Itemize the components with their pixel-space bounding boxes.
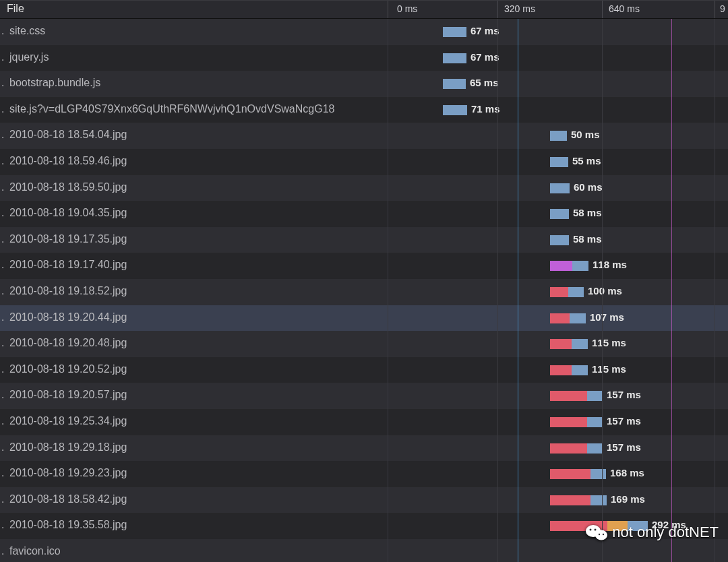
table-row[interactable]: .2010-08-18 18.59.50.jpg60 ms [0, 175, 728, 201]
request-file-name: 2010-08-18 19.20.44.jpg [9, 311, 127, 323]
table-row[interactable]: .2010-08-18 19.20.44.jpg107 ms [0, 305, 728, 332]
table-row[interactable]: .2010-08-18 19.04.35.jpg58 ms [0, 201, 728, 227]
timing-segment-blue [550, 131, 567, 141]
timing-bar[interactable] [550, 131, 567, 141]
timing-bar[interactable] [550, 209, 569, 219]
timing-bar[interactable] [443, 79, 466, 89]
header-tick-separator [715, 1, 715, 18]
row-truncation-indicator: . [1, 25, 4, 37]
table-row[interactable]: .2010-08-18 19.18.52.jpg100 ms [0, 279, 728, 305]
request-duration: 168 ms [610, 467, 644, 478]
timing-bar[interactable] [550, 443, 603, 454]
request-duration: 115 ms [592, 337, 626, 348]
timing-segment-red [550, 495, 590, 505]
column-header-file[interactable]: File [7, 3, 24, 15]
request-duration: 157 ms [607, 415, 641, 427]
waterfall-header: File 0 ms320 ms640 ms9 [0, 0, 728, 19]
row-truncation-indicator: . [1, 155, 4, 167]
timing-bar[interactable] [550, 391, 603, 401]
table-row[interactable]: .2010-08-18 19.17.35.jpg58 ms [0, 227, 728, 253]
timing-segment-red [550, 443, 587, 454]
row-truncation-indicator: . [1, 337, 4, 349]
table-row[interactable]: .2010-08-18 19.29.18.jpg157 ms [0, 435, 728, 462]
row-truncation-indicator: . [1, 103, 4, 115]
timing-segment-blue [587, 417, 603, 427]
row-truncation-indicator: . [1, 493, 4, 505]
request-duration: 58 ms [573, 207, 602, 218]
request-file-name: site.js?v=dLGP40S79Xnx6GqUthRF6NWvjvhQ1n… [9, 103, 334, 115]
timing-bar[interactable] [550, 157, 568, 167]
timing-segment-blue [550, 209, 569, 219]
request-duration: 60 ms [574, 181, 603, 193]
request-duration: 118 ms [593, 259, 627, 270]
table-row[interactable]: .2010-08-18 19.35.58.jpg292 ms [0, 513, 728, 539]
table-row[interactable]: .jquery.js67 ms [0, 45, 728, 71]
request-file-name: 2010-08-18 19.20.52.jpg [9, 363, 127, 375]
table-row[interactable]: .2010-08-18 19.25.34.jpg157 ms [0, 409, 728, 435]
timing-bar[interactable] [550, 287, 584, 297]
timing-segment-blue [572, 339, 588, 349]
request-file-name: 2010-08-18 19.17.35.jpg [9, 233, 127, 245]
timing-segment-blue [570, 313, 586, 323]
request-duration: 65 ms [470, 77, 499, 88]
request-duration: 157 ms [607, 441, 641, 453]
request-file-name: favicon.ico [9, 545, 61, 557]
row-truncation-indicator: . [1, 51, 4, 63]
timing-bar[interactable] [550, 495, 607, 505]
timing-segment-blue [550, 235, 569, 245]
timing-bar[interactable] [443, 53, 466, 63]
timing-bar[interactable] [550, 183, 570, 193]
timing-segment-red [550, 469, 590, 479]
request-duration: 292 ms [652, 519, 686, 530]
table-row[interactable]: .2010-08-18 18.58.42.jpg169 ms [0, 487, 728, 513]
timing-segment-blue [443, 105, 467, 115]
request-file-name: 2010-08-18 19.29.23.jpg [9, 467, 127, 479]
timing-bar[interactable] [550, 417, 603, 427]
row-truncation-indicator: . [1, 207, 4, 219]
request-file-name: 2010-08-18 18.59.50.jpg [9, 181, 127, 193]
request-duration: 58 ms [573, 233, 602, 245]
table-row[interactable]: .site.js?v=dLGP40S79Xnx6GqUthRF6NWvjvhQ1… [0, 97, 728, 123]
timing-bar[interactable] [443, 105, 467, 115]
row-truncation-indicator: . [1, 285, 4, 297]
table-row[interactable]: .favicon.ico [0, 539, 728, 562]
timing-segment-blue [628, 521, 648, 531]
table-row[interactable]: .2010-08-18 19.20.48.jpg115 ms [0, 331, 728, 357]
timing-bar[interactable] [550, 313, 586, 323]
timing-bar[interactable] [550, 365, 588, 375]
request-duration: 71 ms [471, 103, 500, 115]
timing-bar[interactable] [550, 469, 606, 479]
timing-bar[interactable] [550, 339, 588, 349]
header-tick-separator [388, 1, 388, 18]
timing-bar[interactable] [443, 27, 466, 37]
request-duration: 107 ms [590, 311, 624, 323]
timing-segment-blue [443, 53, 466, 63]
timing-bar[interactable] [550, 521, 648, 531]
waterfall-rows: .site.css67 ms.jquery.js67 ms.bootstrap.… [0, 19, 728, 562]
timing-segment-red [550, 521, 607, 531]
request-file-name: 2010-08-18 19.17.40.jpg [9, 259, 127, 271]
table-row[interactable]: .2010-08-18 19.20.57.jpg157 ms [0, 383, 728, 409]
table-row[interactable]: .2010-08-18 19.17.40.jpg118 ms [0, 253, 728, 279]
table-row[interactable]: .bootstrap.bundle.js65 ms [0, 71, 728, 97]
request-file-name: 2010-08-18 19.20.57.jpg [9, 389, 127, 401]
table-row[interactable]: .2010-08-18 18.59.46.jpg55 ms [0, 149, 728, 175]
timing-segment-blue [587, 443, 603, 454]
header-tick-label: 0 ms [397, 3, 417, 14]
request-file-name: site.css [9, 25, 45, 37]
row-truncation-indicator: . [1, 519, 4, 531]
table-row[interactable]: .2010-08-18 19.20.52.jpg115 ms [0, 357, 728, 383]
timing-segment-red [550, 417, 587, 427]
timing-segment-blue [572, 261, 588, 271]
header-tick-label: 320 ms [504, 3, 535, 14]
table-row[interactable]: .2010-08-18 19.29.23.jpg168 ms [0, 461, 728, 487]
timing-segment-red [550, 365, 572, 375]
row-truncation-indicator: . [1, 311, 4, 323]
table-row[interactable]: .site.css67 ms [0, 19, 728, 45]
request-file-name: 2010-08-18 19.25.34.jpg [9, 415, 127, 427]
table-row[interactable]: .2010-08-18 18.54.04.jpg50 ms [0, 123, 728, 149]
request-file-name: 2010-08-18 19.29.18.jpg [9, 441, 127, 454]
timing-bar[interactable] [550, 235, 569, 245]
request-file-name: 2010-08-18 19.18.52.jpg [9, 285, 127, 297]
timing-bar[interactable] [550, 261, 588, 271]
